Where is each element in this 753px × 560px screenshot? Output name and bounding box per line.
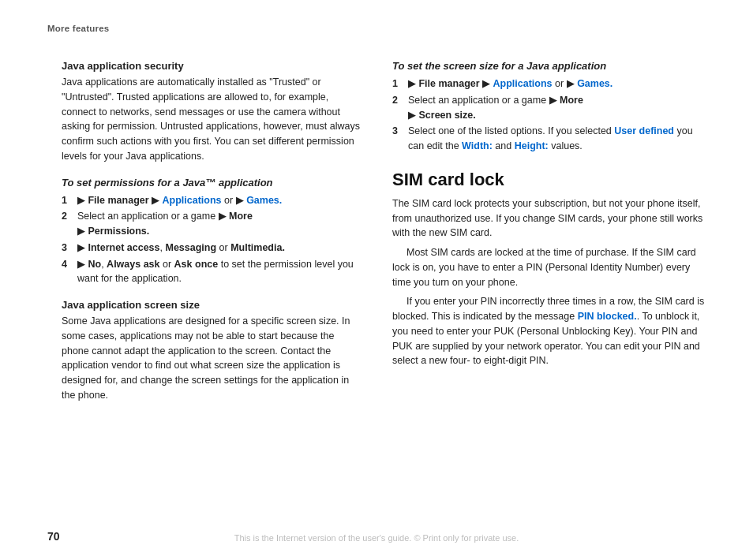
permissions-step-4: 4 ▶ No, Always ask or Ask once to set th…	[62, 257, 361, 287]
sim-para-1: The SIM card lock protects your subscrip…	[392, 196, 706, 241]
permissions-steps: 1 ▶ File manager ▶ Applications or ▶ Gam…	[62, 193, 361, 287]
set-screen-size-title: To set the screen size for a Java applic…	[392, 60, 706, 72]
page: More features Java application security …	[0, 0, 753, 560]
screen-size-body: Some Java applications are designed for …	[62, 314, 361, 403]
permissions-title: To set permissions for a Java™ applicati…	[62, 177, 361, 189]
permissions-step-1: 1 ▶ File manager ▶ Applications or ▶ Gam…	[62, 193, 361, 208]
right-column: To set the screen size for a Java applic…	[392, 47, 706, 408]
screen-step-2: 2 Select an application or a game ▶ More…	[392, 93, 706, 123]
screen-step-3: 3 Select one of the listed options. If y…	[392, 124, 706, 154]
screen-size-section: Java application screen size Some Java a…	[47, 299, 361, 403]
permissions-step-3: 3 ▶ Internet access, Messaging or Multim…	[62, 241, 361, 256]
two-column-layout: Java application security Java applicati…	[47, 47, 706, 408]
java-security-section: Java application security Java applicati…	[47, 60, 361, 164]
sim-para-2: Most SIM cards are locked at the time of…	[392, 245, 706, 289]
permissions-step-2: 2 Select an application or a game ▶ More…	[62, 209, 361, 239]
set-screen-size-steps: 1 ▶ File manager ▶ Applications or ▶ Gam…	[392, 77, 706, 154]
sim-card-lock-section: SIM card lock The SIM card lock protects…	[392, 170, 706, 368]
sim-card-lock-title: SIM card lock	[392, 170, 706, 190]
permissions-section: To set permissions for a Java™ applicati…	[47, 177, 361, 287]
screen-size-title: Java application screen size	[62, 299, 361, 311]
footer-text: This is the Internet version of the user…	[0, 533, 753, 543]
screen-step-1: 1 ▶ File manager ▶ Applications or ▶ Gam…	[392, 77, 706, 91]
left-column: Java application security Java applicati…	[47, 47, 361, 408]
pin-blocked-highlight: PIN blocked.	[578, 311, 637, 322]
sim-para-3: If you enter your PIN incorrectly three …	[392, 294, 706, 368]
section-header: More features	[47, 24, 706, 33]
set-screen-size-section: To set the screen size for a Java applic…	[392, 60, 706, 154]
java-security-title: Java application security	[62, 60, 361, 72]
java-security-body: Java applications are automatically inst…	[62, 75, 361, 164]
